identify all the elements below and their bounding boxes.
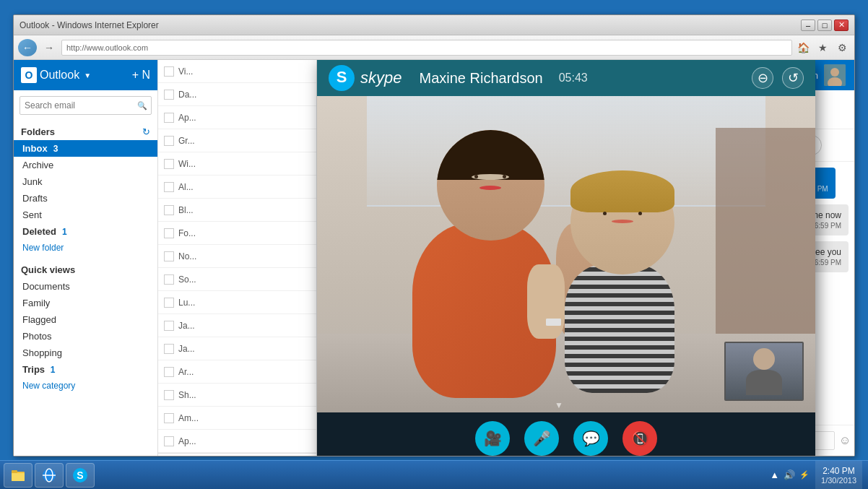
skype-chat-button[interactable]: 💬 xyxy=(573,421,608,456)
email-item-1[interactable]: Vi... xyxy=(158,60,316,83)
email-item-17[interactable]: Ap... xyxy=(158,430,316,453)
new-category-link[interactable]: New category xyxy=(14,378,157,394)
skype-logo-icon: S xyxy=(329,65,355,91)
clock-date: 1/30/2013 xyxy=(821,476,856,485)
maximize-button[interactable]: □ xyxy=(817,20,832,31)
folder-deleted[interactable]: Deleted 1 xyxy=(14,223,157,240)
reading-pane: 📹 ⚙ Will Bergman xine Richard xyxy=(317,60,854,456)
email-item-10[interactable]: So... xyxy=(158,268,316,291)
folder-junk[interactable]: Junk xyxy=(14,173,157,190)
email-checkbox-6[interactable] xyxy=(164,182,174,192)
email-checkbox-10[interactable] xyxy=(164,274,174,285)
right-eye xyxy=(503,175,506,178)
self-video-bg xyxy=(726,343,802,399)
email-checkbox-5[interactable] xyxy=(164,159,174,169)
skype-controls-bar: 🎥 🎤 💬 📵 xyxy=(317,412,815,456)
skype-end-call-button[interactable]: 📵 xyxy=(622,421,657,456)
email-item-15[interactable]: Sh... xyxy=(158,384,316,407)
email-checkbox-9[interactable] xyxy=(164,251,174,261)
email-checkbox-8[interactable] xyxy=(164,228,174,238)
skype-mic-button[interactable]: 🎤 xyxy=(524,421,559,456)
email-item-8[interactable]: Fo... xyxy=(158,222,316,245)
scroll-down-indicator[interactable]: ▼ xyxy=(552,401,566,410)
outlook-header: O Outlook ▼ + N xyxy=(14,60,157,90)
email-item-6[interactable]: Al... xyxy=(158,176,316,199)
skype-brand: skype xyxy=(360,69,402,87)
back-button[interactable]: ← xyxy=(18,39,37,56)
email-item-5[interactable]: Wi... xyxy=(158,152,316,176)
refresh-icon[interactable]: ↻ xyxy=(142,126,150,137)
skype-restore-button[interactable]: ↺ xyxy=(782,67,804,89)
quick-views-title: Quick views xyxy=(21,264,75,275)
minimize-button[interactable]: – xyxy=(801,20,815,31)
clock-time: 2:40 PM xyxy=(823,466,855,476)
quick-trips[interactable]: Trips 1 xyxy=(14,361,157,378)
compose-button[interactable]: + N xyxy=(132,69,150,82)
home-icon[interactable]: 🏠 xyxy=(795,40,811,56)
email-checkbox-7[interactable] xyxy=(164,205,174,215)
outlook-logo: O Outlook ▼ xyxy=(21,67,91,83)
email-checkbox-14[interactable] xyxy=(164,367,174,377)
email-item-16[interactable]: Am... xyxy=(158,407,316,430)
quick-documents[interactable]: Documents xyxy=(14,278,157,295)
email-item-11[interactable]: Lu... xyxy=(158,291,316,314)
taskbar: S ▲ 🔊 ⚡ 2:40 PM 1/30/2013 xyxy=(0,460,868,489)
skype-minimize-button[interactable]: ⊖ xyxy=(752,67,773,89)
email-item-7[interactable]: Bl... xyxy=(158,199,316,222)
mouth xyxy=(479,186,501,190)
quick-family[interactable]: Family xyxy=(14,295,157,311)
folder-archive[interactable]: Archive xyxy=(14,157,157,173)
child-hair xyxy=(570,170,674,212)
skype-video-button[interactable]: 🎥 xyxy=(475,421,510,456)
email-checkbox-16[interactable] xyxy=(164,413,174,423)
network-icon: ▲ xyxy=(770,469,779,480)
browser-window: Outlook - Windows Internet Explorer – □ … xyxy=(13,14,855,456)
quick-shopping[interactable]: Shopping xyxy=(14,345,157,361)
folder-inbox[interactable]: Inbox 3 xyxy=(14,140,157,157)
left-eye xyxy=(474,175,478,178)
folders-title: Folders xyxy=(21,126,55,137)
self-video-thumbnail xyxy=(724,342,804,401)
quick-photos[interactable]: Photos xyxy=(14,328,157,345)
email-checkbox-4[interactable] xyxy=(164,136,174,146)
folder-sent[interactable]: Sent xyxy=(14,207,157,223)
self-head xyxy=(753,348,775,370)
email-checkbox-12[interactable] xyxy=(164,321,174,331)
browser-toolbar: ← → http://www.outlook.com 🏠 ★ ⚙ xyxy=(14,35,854,60)
window-controls: – □ ✕ xyxy=(801,20,849,31)
email-item-3[interactable]: Ap... xyxy=(158,106,316,129)
favorites-icon[interactable]: ★ xyxy=(815,40,830,56)
browser-title: Outlook - Windows Internet Explorer xyxy=(19,20,159,30)
email-item-14[interactable]: Ar... xyxy=(158,360,316,384)
address-bar[interactable]: http://www.outlook.com xyxy=(61,40,792,56)
taskbar-skype[interactable]: S xyxy=(66,463,95,488)
new-folder-link[interactable]: New folder xyxy=(14,240,157,256)
taskbar-explorer[interactable] xyxy=(4,463,32,488)
settings-icon[interactable]: ⚙ xyxy=(834,40,850,56)
forward-button[interactable]: → xyxy=(40,39,58,56)
email-checkbox-13[interactable] xyxy=(164,344,174,354)
quick-flagged[interactable]: Flagged xyxy=(14,311,157,328)
emoji-button[interactable]: ☺ xyxy=(839,434,851,447)
email-item-12[interactable]: Ja... xyxy=(158,314,316,337)
email-checkbox-3[interactable] xyxy=(164,113,174,123)
eyes-area xyxy=(472,174,509,180)
dropdown-icon[interactable]: ▼ xyxy=(84,72,91,79)
email-checkbox-17[interactable] xyxy=(164,436,174,446)
email-item-2[interactable]: Da... xyxy=(158,83,316,106)
email-item-13[interactable]: Ja... xyxy=(158,337,316,360)
email-checkbox-15[interactable] xyxy=(164,390,174,400)
child-figure xyxy=(537,165,726,412)
taskbar-ie[interactable] xyxy=(35,463,64,488)
folder-drafts[interactable]: Drafts xyxy=(14,190,157,207)
search-input[interactable] xyxy=(19,96,152,115)
outlook-o-letter: O xyxy=(21,67,37,83)
email-checkbox-1[interactable] xyxy=(164,66,174,77)
email-checkbox-2[interactable] xyxy=(164,90,174,100)
email-item-shai[interactable]: Shai Bassli 5:41 PM ⚑ Interview confirma… xyxy=(158,453,316,456)
email-item-4[interactable]: Gr... xyxy=(158,129,316,152)
email-checkbox-11[interactable] xyxy=(164,298,174,308)
close-button[interactable]: ✕ xyxy=(834,20,849,31)
email-item-9[interactable]: No... xyxy=(158,245,316,268)
folders-section: Folders ↻ Inbox 3 Archive Junk Drafts Se… xyxy=(14,121,157,259)
